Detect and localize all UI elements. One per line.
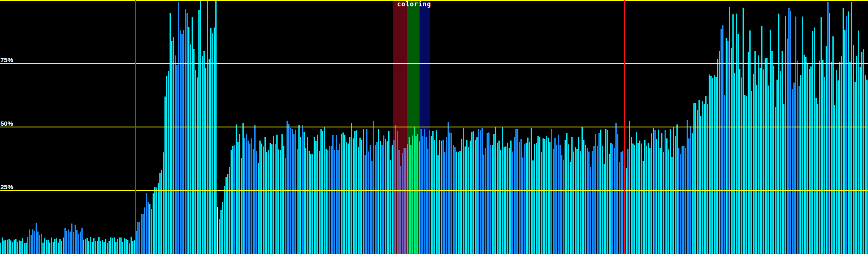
- bar[interactable]: [141, 214, 142, 254]
- bar[interactable]: [749, 30, 751, 254]
- bar[interactable]: [614, 148, 615, 254]
- bar[interactable]: [224, 186, 225, 254]
- bar[interactable]: [31, 235, 32, 254]
- bar[interactable]: [522, 157, 523, 254]
- bar[interactable]: [853, 45, 854, 254]
- bar[interactable]: [510, 141, 512, 254]
- bar[interactable]: [602, 146, 603, 254]
- bar[interactable]: [559, 145, 561, 254]
- bar[interactable]: [636, 132, 637, 254]
- bar[interactable]: [653, 128, 654, 254]
- bar[interactable]: [520, 139, 522, 254]
- bar[interactable]: [671, 157, 673, 254]
- bar[interactable]: [848, 11, 849, 254]
- bar[interactable]: [843, 8, 844, 254]
- bar[interactable]: [554, 138, 556, 254]
- bar[interactable]: [575, 147, 576, 254]
- bar[interactable]: [709, 75, 710, 254]
- bar[interactable]: [732, 14, 734, 254]
- bar[interactable]: [364, 155, 366, 254]
- bar[interactable]: [403, 148, 405, 254]
- bar[interactable]: [471, 132, 473, 254]
- bar[interactable]: [193, 49, 195, 254]
- bar[interactable]: [370, 145, 371, 254]
- bar[interactable]: [159, 173, 161, 254]
- bar[interactable]: [773, 66, 774, 254]
- bar[interactable]: [424, 129, 425, 254]
- bar[interactable]: [395, 125, 396, 254]
- bar[interactable]: [63, 237, 64, 254]
- bar[interactable]: [532, 160, 534, 254]
- bar[interactable]: [298, 125, 300, 254]
- bar[interactable]: [714, 75, 715, 254]
- bar[interactable]: [186, 13, 188, 254]
- bar[interactable]: [680, 154, 681, 254]
- bar[interactable]: [341, 134, 342, 254]
- bar[interactable]: [346, 142, 347, 254]
- bar[interactable]: [666, 138, 668, 254]
- bar[interactable]: [505, 146, 506, 254]
- bar[interactable]: [303, 132, 305, 254]
- bar[interactable]: [437, 155, 439, 254]
- bar[interactable]: [58, 243, 59, 254]
- bar[interactable]: [142, 214, 144, 254]
- bar[interactable]: [415, 136, 417, 254]
- bar[interactable]: [570, 162, 571, 254]
- bar[interactable]: [670, 129, 671, 254]
- bar[interactable]: [27, 237, 28, 254]
- bar[interactable]: [349, 137, 351, 254]
- bar[interactable]: [866, 80, 868, 254]
- bar[interactable]: [583, 140, 584, 254]
- bar[interactable]: [695, 103, 696, 254]
- bar[interactable]: [44, 238, 45, 254]
- bar[interactable]: [246, 134, 247, 254]
- bar[interactable]: [634, 145, 635, 254]
- bar[interactable]: [181, 34, 183, 254]
- bar[interactable]: [210, 28, 211, 254]
- bar[interactable]: [500, 150, 501, 254]
- bar[interactable]: [412, 135, 413, 254]
- bar[interactable]: [383, 135, 384, 254]
- bar[interactable]: [739, 69, 740, 254]
- bar[interactable]: [529, 142, 530, 254]
- bar[interactable]: [537, 136, 539, 254]
- bar[interactable]: [841, 56, 842, 254]
- bar[interactable]: [549, 142, 551, 254]
- bar[interactable]: [61, 241, 62, 254]
- bar[interactable]: [117, 239, 118, 254]
- bar[interactable]: [25, 243, 27, 254]
- bar[interactable]: [544, 139, 545, 254]
- bar[interactable]: [393, 140, 395, 254]
- bar[interactable]: [468, 147, 469, 254]
- bar[interactable]: [593, 146, 595, 254]
- bar[interactable]: [422, 136, 423, 254]
- bar[interactable]: [358, 147, 359, 254]
- bar[interactable]: [22, 238, 23, 254]
- bar[interactable]: [563, 160, 564, 254]
- bar[interactable]: [661, 133, 662, 254]
- bar[interactable]: [480, 130, 481, 254]
- bar[interactable]: [351, 123, 352, 254]
- bar[interactable]: [120, 237, 122, 254]
- bar[interactable]: [565, 140, 566, 254]
- bar[interactable]: [787, 39, 788, 254]
- bar[interactable]: [426, 137, 427, 254]
- bar[interactable]: [139, 222, 140, 254]
- bar[interactable]: [609, 154, 610, 254]
- bar[interactable]: [276, 135, 278, 254]
- bar[interactable]: [363, 129, 364, 254]
- bar[interactable]: [487, 133, 488, 254]
- bar[interactable]: [856, 56, 857, 254]
- bar[interactable]: [861, 52, 862, 254]
- bar[interactable]: [344, 135, 345, 254]
- bar[interactable]: [125, 239, 127, 254]
- bar[interactable]: [198, 10, 200, 254]
- bar[interactable]: [644, 140, 645, 254]
- bar[interactable]: [8, 239, 10, 254]
- bar[interactable]: [417, 134, 418, 254]
- bar[interactable]: [309, 151, 310, 254]
- bar[interactable]: [814, 28, 815, 254]
- bar[interactable]: [203, 51, 205, 254]
- bar[interactable]: [675, 136, 676, 254]
- bar[interactable]: [626, 168, 627, 254]
